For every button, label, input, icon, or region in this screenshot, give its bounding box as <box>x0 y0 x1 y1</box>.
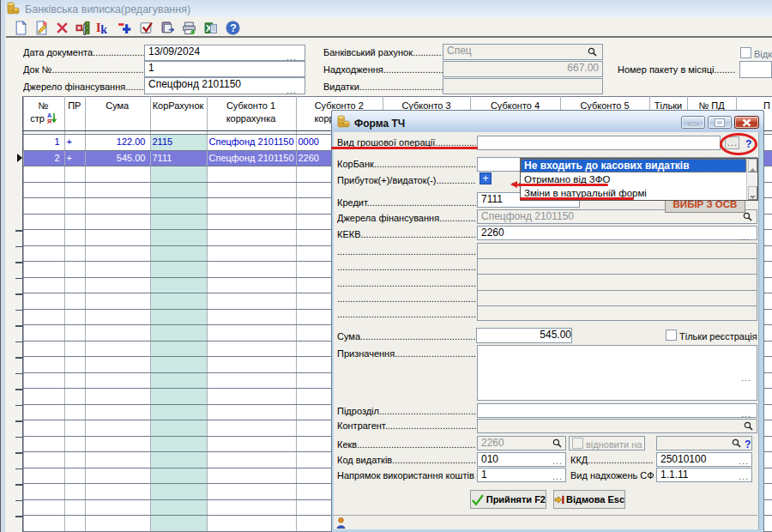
svg-text:А: А <box>47 112 51 118</box>
svg-text:k: k <box>100 23 107 35</box>
svg-text:Я: Я <box>47 118 51 124</box>
svg-text:?: ? <box>230 21 237 34</box>
